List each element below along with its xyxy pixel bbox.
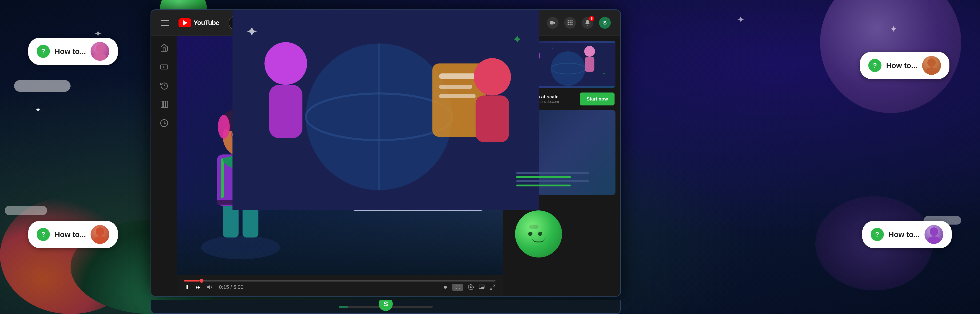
next-button[interactable]: ⏭ <box>196 284 201 290</box>
progress-fill <box>184 280 200 282</box>
miniplayer-button[interactable] <box>479 284 485 290</box>
how-to-bubble-2: ? How to... <box>860 52 950 79</box>
rec-line-1 <box>516 172 589 174</box>
rec-thumbnail[interactable]: ✦ ✦ <box>508 110 616 195</box>
right-panel: ✦ ✦ ✦ S Design at scale Ad superside.com <box>503 36 620 296</box>
green-ball <box>515 210 562 258</box>
svg-point-5 <box>93 236 107 244</box>
volume-button[interactable] <box>207 284 213 290</box>
pause-button[interactable]: ⏸ <box>184 284 190 290</box>
svg-point-2 <box>928 58 936 67</box>
svg-point-22 <box>201 236 280 260</box>
question-icon-4: ? <box>871 228 884 241</box>
total-time: 5:00 <box>233 284 243 290</box>
svg-point-3 <box>925 67 938 75</box>
cloud-1 <box>14 80 70 92</box>
progress-bar[interactable] <box>184 280 496 282</box>
bottom-progress-fill <box>339 306 348 308</box>
right-controls: ⏺ CC <box>443 284 496 291</box>
rec-line-2 <box>516 176 571 178</box>
avatar-s-bottom: S <box>383 300 388 308</box>
toggle-button[interactable]: ⏺ <box>443 285 447 290</box>
question-icon-1: ? <box>37 45 50 58</box>
fullscreen-button[interactable] <box>489 284 496 290</box>
svg-line-49 <box>493 285 495 287</box>
how-to-bubble-3: ? How to... <box>28 221 118 248</box>
svg-rect-48 <box>482 287 484 289</box>
rec-image: ✦ ✦ <box>508 110 616 195</box>
star-dot-2: ✦ <box>35 106 41 114</box>
question-icon-2: ? <box>868 59 881 72</box>
browser-content: ? S ? How to Make an Explainer Video <box>151 36 620 296</box>
svg-point-4 <box>96 227 104 236</box>
time-display: 0:15 / 5:00 <box>219 284 243 290</box>
how-to-text-3: How to... <box>54 230 86 239</box>
svg-line-50 <box>490 288 492 290</box>
time-separator: / <box>231 284 233 290</box>
star-decoration-2: ✦ <box>737 14 745 25</box>
how-to-bubble-4: ? How to... <box>862 221 952 248</box>
svg-point-7 <box>928 236 940 244</box>
svg-point-1 <box>93 53 107 61</box>
question-icon-3: ? <box>37 228 50 241</box>
svg-point-0 <box>96 44 104 53</box>
how-to-text-1: How to... <box>54 47 86 56</box>
video-controls: ⏸ ⏭ 0:15 / 5:00 ⏺ CC <box>177 275 503 296</box>
progress-dot <box>200 279 204 283</box>
floating-avatar-bottom: S <box>379 300 393 311</box>
rec-line-3 <box>516 180 589 182</box>
star-decoration-4: ✦ <box>890 24 898 34</box>
settings-button[interactable] <box>468 284 474 290</box>
svg-point-46 <box>470 287 472 288</box>
how-to-text-2: How to... <box>886 61 918 70</box>
browser-bottom-bar: S <box>151 300 621 314</box>
current-time: 0:15 <box>219 284 229 290</box>
rec-line-4 <box>516 185 571 186</box>
controls-row: ⏸ ⏭ 0:15 / 5:00 ⏺ CC <box>184 284 496 291</box>
how-to-text-4: How to... <box>889 230 920 239</box>
svg-point-6 <box>930 227 938 236</box>
subtitles-button[interactable]: CC <box>452 284 463 291</box>
how-to-bubble-1: ? How to... <box>28 38 118 65</box>
cloud-2 <box>5 206 47 215</box>
